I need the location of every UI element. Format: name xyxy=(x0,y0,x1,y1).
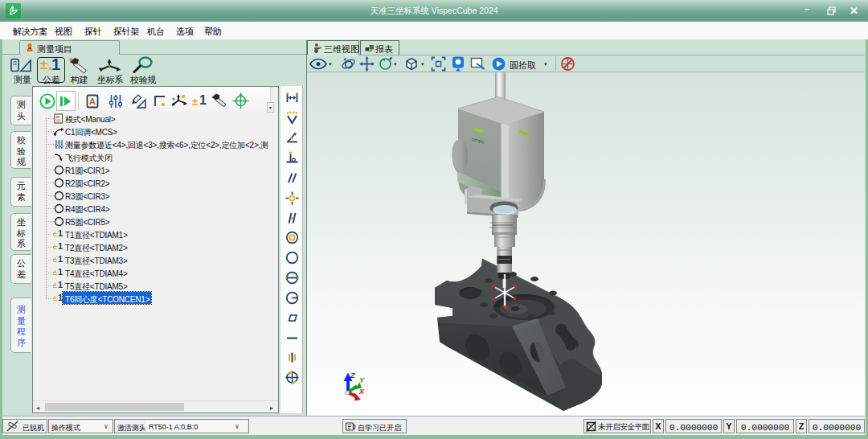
svg-text:Y: Y xyxy=(359,376,365,384)
svg-text:X: X xyxy=(358,388,365,396)
svg-text:Z: Z xyxy=(350,371,355,380)
svg-text:A: A xyxy=(89,96,96,106)
